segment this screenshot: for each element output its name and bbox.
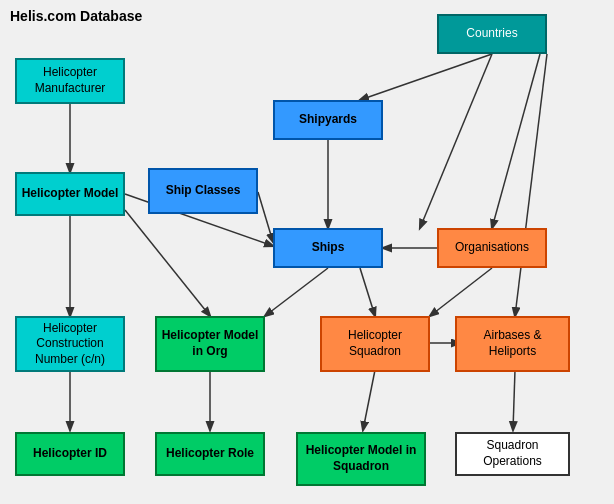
- ships-node: Ships: [273, 228, 383, 268]
- svg-line-6: [258, 192, 273, 242]
- helicopter-squadron-node: Helicopter Squadron: [320, 316, 430, 372]
- svg-line-3: [515, 54, 547, 316]
- page-title: Helis.com Database: [10, 8, 142, 24]
- helicopter-model-node: Helicopter Model: [15, 172, 125, 216]
- svg-line-18: [513, 370, 515, 430]
- helicopter-model-in-squadron-node: Helicopter Model in Squadron: [296, 432, 426, 486]
- helicopter-manufacturer-node: Helicopter Manufacturer: [15, 58, 125, 104]
- shipyards-node: Shipyards: [273, 100, 383, 140]
- svg-line-13: [430, 268, 492, 316]
- helicopter-construction-node: Helicopter Construction Number (c/n): [15, 316, 125, 372]
- svg-line-1: [420, 54, 492, 228]
- svg-line-11: [360, 268, 375, 316]
- helicopter-id-node: Helicopter ID: [15, 432, 125, 476]
- svg-line-10: [265, 268, 328, 316]
- organisations-node: Organisations: [437, 228, 547, 268]
- svg-line-9: [125, 210, 210, 316]
- svg-line-16: [363, 370, 375, 430]
- helicopter-role-node: Helicopter Role: [155, 432, 265, 476]
- countries-node: Countries: [437, 14, 547, 54]
- svg-line-0: [360, 54, 492, 100]
- svg-line-2: [492, 54, 540, 228]
- helicopter-model-in-org-node: Helicopter Model in Org: [155, 316, 265, 372]
- ship-classes-node: Ship Classes: [148, 168, 258, 214]
- squadron-operations-node: Squadron Operations: [455, 432, 570, 476]
- airbases-heliports-node: Airbases & Heliports: [455, 316, 570, 372]
